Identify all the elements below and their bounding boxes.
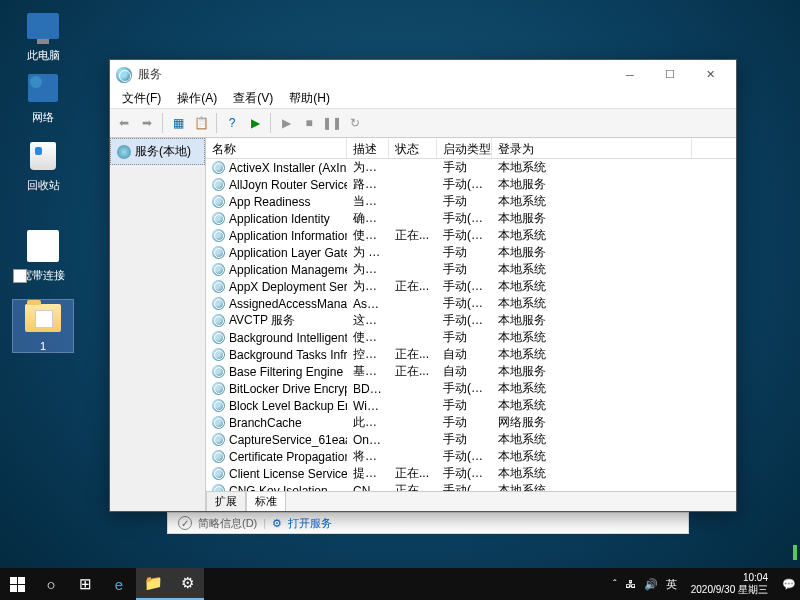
column-header[interactable]: 状态 xyxy=(389,138,437,158)
service-row[interactable]: AppX Deployment Servic...为部...正在...手动(触发… xyxy=(206,278,736,295)
services-local-node[interactable]: 服务(本地) xyxy=(110,138,205,165)
service-row[interactable]: BranchCache此服...手动网络服务 xyxy=(206,414,736,431)
service-row[interactable]: Base Filtering Engine基本...正在...自动本地服务 xyxy=(206,363,736,380)
service-desc: BDE... xyxy=(347,382,389,396)
menu-item[interactable]: 帮助(H) xyxy=(281,88,338,109)
notifications-icon[interactable]: 💬 xyxy=(782,578,796,591)
service-row[interactable]: Certificate Propagation将用...手动(触发...本地系统 xyxy=(206,448,736,465)
service-row[interactable]: Application Layer Gatew...为 In...手动本地服务 xyxy=(206,244,736,261)
service-name: Background Intelligent T... xyxy=(229,331,347,345)
service-row[interactable]: Application Identity确定...手动(触发...本地服务 xyxy=(206,210,736,227)
service-status: 正在... xyxy=(389,482,437,491)
volume-icon[interactable]: 🔊 xyxy=(644,578,658,591)
edge-icon[interactable]: e xyxy=(102,568,136,600)
service-name: App Readiness xyxy=(229,195,310,209)
service-status: 正在... xyxy=(389,278,437,295)
column-header[interactable]: 登录为 xyxy=(492,138,692,158)
column-headers: 名称描述状态启动类型登录为 xyxy=(206,138,736,159)
service-row[interactable]: CNG Key IsolationCNG...正在...手动(触发...本地系统 xyxy=(206,482,736,491)
services-list[interactable]: ActiveX Installer (AxInstSV)为从...手动本地系统A… xyxy=(206,159,736,491)
service-row[interactable]: Block Level Backup Engi...Win...手动本地系统 xyxy=(206,397,736,414)
service-logon: 本地系统 xyxy=(492,278,692,295)
menu-item[interactable]: 文件(F) xyxy=(114,88,169,109)
restart-button: ↻ xyxy=(344,112,366,134)
desktop-icon-recycle-bin[interactable]: 回收站 xyxy=(13,138,73,193)
service-row[interactable]: ActiveX Installer (AxInstSV)为从...手动本地系统 xyxy=(206,159,736,176)
service-desc: 使用... xyxy=(347,227,389,244)
services-taskbar-icon[interactable]: ⚙ xyxy=(170,568,204,600)
column-header[interactable]: 描述 xyxy=(347,138,389,158)
service-name: Application Identity xyxy=(229,212,330,226)
service-icon xyxy=(212,263,225,276)
service-row[interactable]: Background Intelligent T...使用...手动本地系统 xyxy=(206,329,736,346)
export-button[interactable]: 📋 xyxy=(190,112,212,134)
icon-label: 回收站 xyxy=(13,178,73,193)
service-logon: 本地系统 xyxy=(492,448,692,465)
tab-extended[interactable]: 扩展 xyxy=(206,491,246,511)
service-logon: 本地系统 xyxy=(492,193,692,210)
service-logon: 本地服务 xyxy=(492,244,692,261)
service-row[interactable]: BitLocker Drive Encryptio...BDE...手动(触发.… xyxy=(206,380,736,397)
service-name: Client License Service (Cli... xyxy=(229,467,347,481)
pause-button: ❚❚ xyxy=(321,112,343,134)
shield-icon: ✓ xyxy=(178,516,192,530)
service-startup: 手动 xyxy=(437,261,492,278)
start-menu-button[interactable] xyxy=(0,568,34,600)
service-desc: 将用... xyxy=(347,448,389,465)
tray-chevron-icon[interactable]: ˆ xyxy=(613,578,617,590)
service-row[interactable]: AssignedAccessManager...Assi...手动(触发...本… xyxy=(206,295,736,312)
tab-standard[interactable]: 标准 xyxy=(246,491,286,511)
service-icon xyxy=(212,467,225,480)
show-hide-button[interactable]: ▦ xyxy=(167,112,189,134)
service-row[interactable]: Application Information使用...正在...手动(触发..… xyxy=(206,227,736,244)
refresh-button[interactable]: ▶ xyxy=(244,112,266,134)
service-row[interactable]: Background Tasks Infras...控制...正在...自动本地… xyxy=(206,346,736,363)
service-row[interactable]: AVCTP 服务这是...手动(触发...本地服务 xyxy=(206,312,736,329)
node-label: 服务(本地) xyxy=(135,143,191,160)
service-name: CNG Key Isolation xyxy=(229,484,328,492)
network-tray-icon[interactable]: 🖧 xyxy=(625,578,636,590)
cortana-button[interactable]: ○ xyxy=(34,568,68,600)
minimize-button[interactable]: ─ xyxy=(610,61,650,88)
service-icon xyxy=(212,178,225,191)
ime-indicator[interactable]: 英 xyxy=(666,577,677,592)
desktop-icon-broadband[interactable]: 宽带连接 xyxy=(13,228,73,283)
service-startup: 手动(触发... xyxy=(437,295,492,312)
service-row[interactable]: App Readiness当用...手动本地系统 xyxy=(206,193,736,210)
service-name: Background Tasks Infras... xyxy=(229,348,347,362)
titlebar[interactable]: 服务 ─ ☐ ✕ xyxy=(110,60,736,89)
service-icon xyxy=(212,331,225,344)
service-startup: 手动(触发... xyxy=(437,210,492,227)
view-tabs: 扩展 标准 xyxy=(206,491,736,511)
service-row[interactable]: AllJoyn Router Service路由...手动(触发...本地服务 xyxy=(206,176,736,193)
explorer-icon[interactable]: 📁 xyxy=(136,568,170,600)
desktop-icon-folder-1[interactable]: 1 xyxy=(13,300,73,352)
services-app-icon xyxy=(116,67,132,83)
service-row[interactable]: Client License Service (Cli...提供...正在...… xyxy=(206,465,736,482)
service-logon: 本地系统 xyxy=(492,261,692,278)
task-view-button[interactable]: ⊞ xyxy=(68,568,102,600)
desktop-icon-this-pc[interactable]: 此电脑 xyxy=(13,8,73,63)
service-logon: 本地系统 xyxy=(492,227,692,244)
clock[interactable]: 10:04 2020/9/30 星期三 xyxy=(685,572,774,596)
service-name: Application Layer Gatew... xyxy=(229,246,347,260)
column-header[interactable]: 启动类型 xyxy=(437,138,492,158)
menu-item[interactable]: 操作(A) xyxy=(169,88,225,109)
services-window: 服务 ─ ☐ ✕ 文件(F)操作(A)查看(V)帮助(H) ⬅ ➡ ▦ 📋 ? … xyxy=(109,59,737,512)
close-button[interactable]: ✕ xyxy=(690,61,730,88)
help-button[interactable]: ? xyxy=(221,112,243,134)
service-startup: 手动 xyxy=(437,329,492,346)
service-name: ActiveX Installer (AxInstSV) xyxy=(229,161,347,175)
service-startup: 自动 xyxy=(437,346,492,363)
menu-item[interactable]: 查看(V) xyxy=(225,88,281,109)
column-header[interactable]: 名称 xyxy=(206,138,347,158)
service-row[interactable]: CaptureService_61eaaOne...手动本地系统 xyxy=(206,431,736,448)
fragment-link[interactable]: 打开服务 xyxy=(288,516,332,531)
service-desc: CNG... xyxy=(347,484,389,492)
service-row[interactable]: Application Management为通...手动本地系统 xyxy=(206,261,736,278)
fragment-text-1: 简略信息(D) xyxy=(198,516,257,531)
maximize-button[interactable]: ☐ xyxy=(650,61,690,88)
service-desc: 这是... xyxy=(347,312,389,329)
desktop-icon-network[interactable]: 网络 xyxy=(13,70,73,125)
service-icon xyxy=(212,229,225,242)
